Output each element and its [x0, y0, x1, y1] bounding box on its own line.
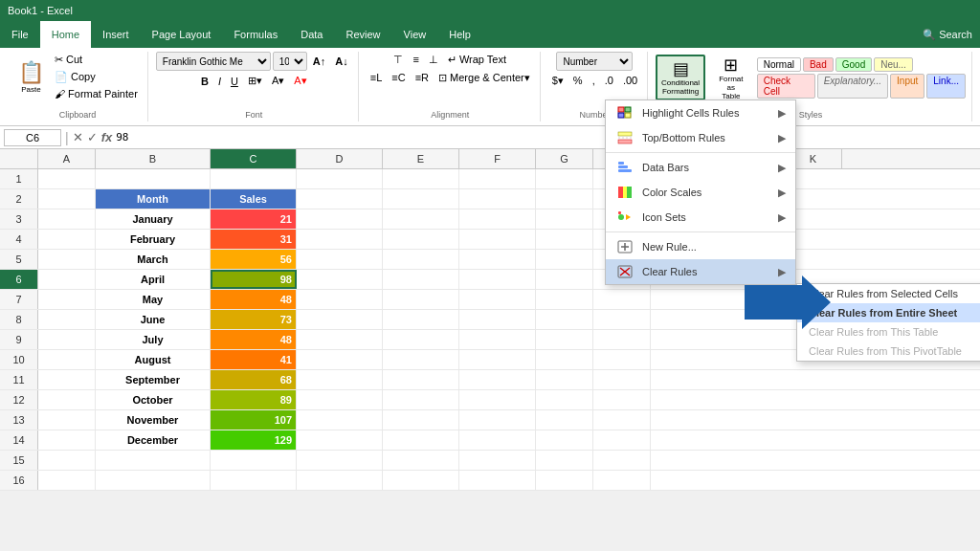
cell-d13[interactable]	[297, 410, 383, 430]
cell-a11[interactable]	[38, 370, 96, 389]
cell-e12[interactable]	[383, 390, 459, 409]
cell-d7[interactable]	[297, 290, 383, 309]
tab-review[interactable]: Review	[334, 21, 391, 48]
tab-insert[interactable]: Insert	[91, 21, 141, 48]
cell-b8[interactable]: June	[96, 310, 211, 329]
increase-font-button[interactable]: A↑	[309, 54, 329, 69]
decrease-decimal-button[interactable]: .00	[619, 73, 641, 89]
name-box[interactable]	[4, 129, 61, 146]
cell-d14[interactable]	[297, 430, 383, 450]
cell-c5[interactable]: 56	[211, 250, 297, 269]
cut-button[interactable]: ✂ Cut	[51, 52, 142, 68]
row-num-1[interactable]: 1	[0, 169, 38, 188]
cell-d5[interactable]	[297, 250, 383, 269]
align-center-button[interactable]: ≡C	[388, 70, 409, 86]
cell-d3[interactable]	[297, 209, 383, 229]
cell-c6[interactable]: 98	[211, 270, 297, 289]
row-num-8[interactable]: 8	[0, 310, 38, 329]
style-neutral[interactable]: Neu...	[874, 57, 913, 72]
row-num-9[interactable]: 9	[0, 330, 38, 349]
cell-a9[interactable]	[38, 330, 96, 349]
cell-h14[interactable]	[593, 430, 651, 450]
cell-d11[interactable]	[297, 370, 383, 389]
row-num-5[interactable]: 5	[0, 250, 38, 269]
cell-c11[interactable]: 68	[211, 370, 297, 389]
row-num-14[interactable]: 14	[0, 430, 38, 450]
cell-g2[interactable]	[536, 189, 593, 209]
fx-cancel-icon[interactable]: ✕	[73, 130, 83, 144]
cell-e7[interactable]	[383, 290, 459, 309]
cell-b7[interactable]: May	[96, 290, 211, 309]
cell-g12[interactable]	[536, 390, 593, 409]
bold-button[interactable]: B	[197, 74, 212, 89]
cell-f11[interactable]	[459, 370, 536, 389]
cell-b5[interactable]: March	[96, 250, 211, 269]
cell-f7[interactable]	[459, 290, 536, 309]
cell-b2-month-header[interactable]: Month	[96, 189, 211, 209]
cell-e14[interactable]	[383, 430, 459, 450]
cell-e1[interactable]	[383, 169, 459, 188]
cell-e10[interactable]	[383, 350, 459, 369]
cell-f1[interactable]	[459, 169, 536, 188]
col-header-g[interactable]: G	[536, 149, 593, 168]
cell-g1[interactable]	[536, 169, 593, 188]
cell-d2[interactable]	[297, 189, 383, 209]
cell-f16[interactable]	[459, 471, 536, 490]
cell-e13[interactable]	[383, 410, 459, 430]
color-scales-item[interactable]: Color Scales ▶	[606, 180, 795, 205]
cell-a3[interactable]	[38, 209, 96, 229]
borders-button[interactable]: ⊞▾	[244, 73, 266, 89]
percent-button[interactable]: %	[569, 73, 587, 89]
cell-c13[interactable]: 107	[211, 410, 297, 430]
cell-c16[interactable]	[211, 471, 297, 490]
cell-f8[interactable]	[459, 310, 536, 329]
cell-e6[interactable]	[383, 270, 459, 289]
cell-b11[interactable]: September	[96, 370, 211, 389]
cell-f10[interactable]	[459, 350, 536, 369]
cell-e2[interactable]	[383, 189, 459, 209]
cell-f5[interactable]	[459, 250, 536, 269]
cell-c3[interactable]: 21	[211, 209, 297, 229]
cell-d6[interactable]	[297, 270, 383, 289]
fill-color-button[interactable]: A▾	[268, 73, 288, 89]
cell-g4[interactable]	[536, 230, 593, 249]
cell-h9[interactable]	[593, 330, 651, 349]
cell-b13[interactable]: November	[96, 410, 211, 430]
cell-c4[interactable]: 31	[211, 230, 297, 249]
new-rule-item[interactable]: New Rule...	[606, 234, 795, 259]
cell-b14[interactable]: December	[96, 430, 211, 450]
cell-b16[interactable]	[96, 471, 211, 490]
cell-e3[interactable]	[383, 209, 459, 229]
cell-a12[interactable]	[38, 390, 96, 409]
tab-help[interactable]: Help	[437, 21, 482, 48]
cell-f14[interactable]	[459, 430, 536, 450]
style-check-cell[interactable]: Check Cell	[757, 74, 815, 99]
row-num-4[interactable]: 4	[0, 230, 38, 249]
tab-formulas[interactable]: Formulas	[222, 21, 289, 48]
cell-b6[interactable]: April	[96, 270, 211, 289]
wrap-text-button[interactable]: ↵ Wrap Text	[444, 52, 510, 68]
row-num-7[interactable]: 7	[0, 290, 38, 309]
cell-f6[interactable]	[459, 270, 536, 289]
col-header-d[interactable]: D	[297, 149, 383, 168]
increase-decimal-button[interactable]: .0	[601, 73, 617, 89]
format-painter-button[interactable]: 🖌 Format Painter	[51, 86, 142, 101]
cell-g14[interactable]	[536, 430, 593, 450]
cell-d1[interactable]	[297, 169, 383, 188]
italic-button[interactable]: I	[214, 74, 225, 89]
cell-h12[interactable]	[593, 390, 651, 409]
cell-g9[interactable]	[536, 330, 593, 349]
cell-c12[interactable]: 89	[211, 390, 297, 409]
cell-f13[interactable]	[459, 410, 536, 430]
cell-a7[interactable]	[38, 290, 96, 309]
cell-f9[interactable]	[459, 330, 536, 349]
row-num-12[interactable]: 12	[0, 390, 38, 409]
cell-a6[interactable]	[38, 270, 96, 289]
align-top-button[interactable]: ⊤	[390, 52, 407, 68]
col-header-b[interactable]: B	[96, 149, 211, 168]
cell-h7[interactable]	[593, 290, 651, 309]
cell-d12[interactable]	[297, 390, 383, 409]
font-color-button[interactable]: A▾	[290, 73, 310, 89]
highlight-cells-rules-item[interactable]: Highlight Cells Rules ▶	[606, 100, 795, 125]
cell-g3[interactable]	[536, 209, 593, 229]
